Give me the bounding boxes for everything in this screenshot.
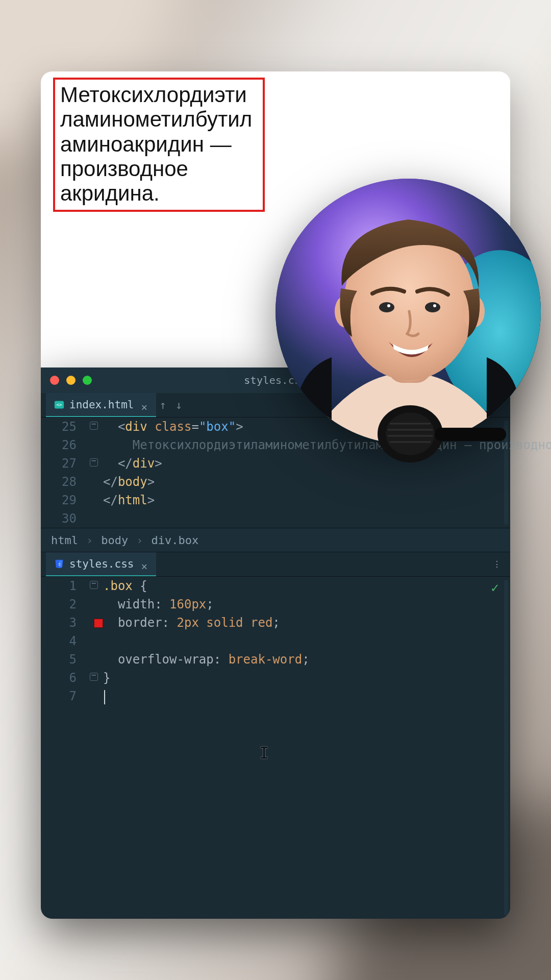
stage: Метоксихлордиэтиламинометилбутиламиноакр…: [41, 71, 510, 919]
nav-up-icon[interactable]: ↑: [159, 399, 166, 411]
svg-point-6: [379, 302, 394, 312]
close-tab-icon[interactable]: ×: [141, 401, 148, 408]
gutter: 1234567: [41, 577, 88, 919]
css-code-area[interactable]: 1234567 ✓ .box { width: 160px; border: 2…: [41, 577, 510, 919]
svg-point-11: [386, 412, 435, 455]
gutter: 252627282930: [41, 418, 88, 528]
microphone-icon: [374, 398, 507, 470]
fold-toggle-icon[interactable]: [90, 581, 98, 589]
nav-down-icon[interactable]: ↓: [176, 399, 182, 411]
chevron-right-icon: ›: [136, 534, 143, 547]
svg-text:<>: <>: [56, 402, 62, 407]
lint-ok-icon: ✓: [491, 580, 499, 595]
tabs-css-pane: 3 styles.css × ⋮: [41, 552, 510, 577]
css-file-icon: 3: [54, 559, 64, 569]
editor-nav-arrows: ↑ ↓: [159, 399, 182, 411]
text-caret: [104, 690, 105, 704]
ibeam-cursor-icon: I: [259, 743, 269, 763]
breadcrumb-item[interactable]: html: [51, 534, 78, 547]
scrollbar[interactable]: [504, 580, 508, 916]
fold-toggle-icon[interactable]: [90, 458, 98, 467]
tab-label: styles.css: [69, 558, 134, 570]
close-tab-icon[interactable]: ×: [141, 560, 148, 568]
html-file-icon: <>: [54, 400, 64, 410]
fold-toggle-icon[interactable]: [90, 673, 98, 681]
window-controls: [50, 376, 92, 385]
breadcrumb-item[interactable]: div.box: [151, 534, 198, 547]
svg-point-8: [387, 304, 390, 307]
zoom-window-icon[interactable]: [83, 376, 92, 385]
breadcrumb-item[interactable]: body: [101, 534, 128, 547]
chevron-right-icon: ›: [86, 534, 93, 547]
svg-rect-16: [435, 428, 506, 441]
svg-point-9: [433, 304, 436, 307]
svg-point-7: [425, 302, 440, 312]
minimize-window-icon[interactable]: [66, 376, 76, 385]
demo-box: Метоксихлордиэтиламинометилбутиламиноакр…: [53, 78, 265, 212]
close-window-icon[interactable]: [50, 376, 59, 385]
breadcrumb[interactable]: html › body › div.box: [41, 528, 510, 552]
fold-toggle-icon[interactable]: [90, 422, 98, 430]
tab-label: index.html: [69, 399, 134, 411]
svg-text:3: 3: [58, 562, 60, 566]
pane-menu-icon[interactable]: ⋮: [493, 559, 501, 569]
tab-styles-css[interactable]: 3 styles.css ×: [46, 552, 156, 576]
tab-index-html[interactable]: <> index.html ×: [46, 393, 156, 417]
